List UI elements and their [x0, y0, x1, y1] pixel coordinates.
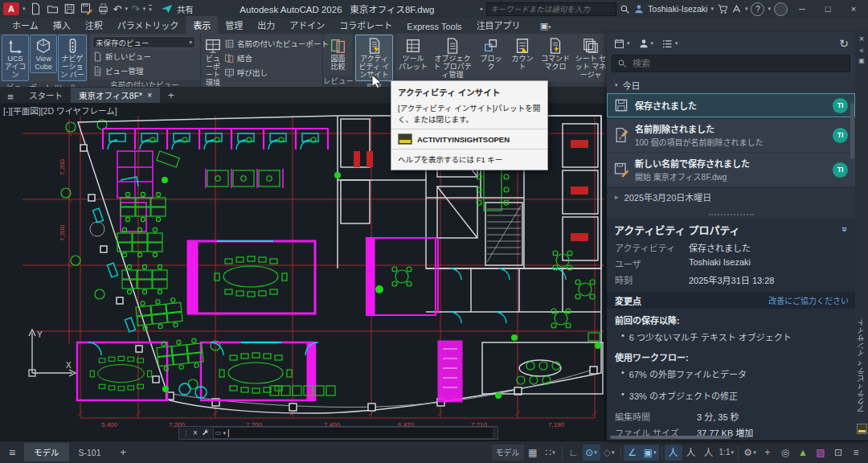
tab-collaborate[interactable]: コラボレート — [332, 16, 399, 34]
customization-icon[interactable]: + — [759, 445, 776, 461]
share-label[interactable]: 共有 — [177, 3, 194, 15]
command-line[interactable]: ⋮ × ▭ ▾ | — [178, 426, 498, 440]
file-tab-close-icon[interactable]: × — [147, 91, 152, 100]
viewport-controls[interactable]: [-][平面図][2D ワイヤフレーム] — [3, 104, 117, 117]
redo-caret-icon[interactable]: ▾ — [143, 6, 146, 12]
user-avatar-icon[interactable] — [633, 3, 645, 14]
search-icon[interactable] — [620, 4, 630, 14]
ribbon-display-toggle[interactable]: ▣▾ — [533, 18, 559, 34]
undo-caret-icon[interactable]: ▾ — [125, 6, 128, 12]
properties-collapse-icon[interactable]: » — [840, 227, 851, 232]
share-icon[interactable] — [160, 2, 174, 15]
palette-search-input[interactable] — [631, 58, 845, 69]
file-tab-new-icon[interactable]: + — [160, 88, 182, 103]
palette-pin-icon[interactable]: ▣ — [858, 57, 865, 64]
object-snap-tracking-icon[interactable]: ∠ — [624, 445, 641, 461]
activity-item-saved-as[interactable]: 新しい名前で保存されました 開始 東京オフィス8F.dwg TI — [607, 153, 855, 186]
layout-tab-model[interactable]: モデル — [24, 443, 69, 461]
new-view-button[interactable]: 新しいビュー — [92, 50, 197, 63]
navigation-bar-button[interactable]: ナビゲーション バー — [58, 35, 87, 81]
activity-item-saved[interactable]: 保存されました TI — [607, 93, 855, 117]
panel-label-named-views[interactable]: 名前の付いたビュー — [89, 80, 200, 87]
file-tab-start[interactable]: スタート — [21, 88, 71, 103]
tab-addins[interactable]: アドイン — [282, 16, 332, 34]
global-search-input[interactable] — [486, 2, 616, 16]
autoscale-icon[interactable]: 人 — [682, 445, 700, 461]
named-viewports-button[interactable]: 名前の付いたビューポート — [224, 37, 329, 50]
section-today[interactable]: ▾ 今日 — [607, 77, 855, 93]
save-icon[interactable] — [63, 2, 76, 15]
palette-autohide-icon[interactable]: « — [859, 46, 864, 55]
notification-icon[interactable] — [774, 2, 788, 16]
layout-tab-s101[interactable]: S-101 — [69, 445, 111, 461]
blocks-palette-button[interactable]: ブロック — [476, 35, 506, 73]
palette-close-icon[interactable]: × — [859, 34, 864, 43]
drawing-compare-button[interactable]: 図面 比較 — [325, 35, 351, 73]
wrench-icon[interactable] — [201, 428, 210, 437]
palette-splitter[interactable] — [607, 211, 855, 219]
count-palette-button[interactable]: カウント — [507, 35, 538, 73]
file-tab-menu-icon[interactable]: ≡ — [0, 91, 21, 103]
horizontal-scrollbar[interactable] — [610, 436, 731, 439]
palette-search[interactable] — [612, 55, 850, 72]
section-older-date[interactable]: ▸ 2025年3月20日木曜日 — [607, 187, 855, 206]
signed-in-user[interactable]: Toshiaki-Isezaki — [648, 4, 707, 14]
status-menu-icon[interactable]: ≡ — [847, 445, 865, 461]
tab-annotate[interactable]: 注釈 — [78, 16, 110, 34]
annotation-scale-value[interactable]: 1:1▾ — [718, 445, 735, 461]
activity-item-purged[interactable]: 名前削除されました 100 個の項目が名前削除されました TI — [607, 118, 855, 152]
open-folder-icon[interactable] — [46, 2, 59, 15]
snap-mode-icon[interactable]: ∷▾ — [542, 445, 559, 461]
help-menu-caret-icon[interactable]: ▾ — [768, 6, 771, 12]
tab-express-tools[interactable]: Express Tools — [399, 19, 469, 34]
user-menu-caret-icon[interactable]: ▾ — [710, 6, 714, 12]
view-options-button[interactable]: ▾ — [661, 38, 678, 50]
workspace-gear-icon[interactable]: ⚙▾ — [741, 445, 759, 461]
tab-home[interactable]: ホーム — [5, 16, 46, 34]
annotation-visibility-icon[interactable]: 人 — [665, 445, 682, 461]
tab-manage[interactable]: 管理 — [218, 16, 250, 34]
autocad-logo[interactable]: A — [3, 2, 19, 15]
layout-tab-new-icon[interactable]: + — [111, 443, 137, 461]
join-viewports-button[interactable]: 結合 — [224, 51, 329, 64]
autodesk-menu-caret-icon[interactable]: ▾ — [745, 6, 748, 12]
layout-menu-icon[interactable]: ≡ — [0, 446, 24, 459]
object-snap-icon[interactable]: ▣▾ — [641, 445, 659, 461]
annotation-scale-icon[interactable]: 人 — [700, 445, 718, 461]
isolate-objects-icon[interactable]: ◎ — [776, 445, 794, 461]
restore-viewport-button[interactable]: 呼び出し — [224, 66, 329, 79]
tab-view[interactable]: 表示 — [186, 16, 218, 34]
command-grip-icon[interactable]: ⋮ — [182, 429, 190, 437]
minimize-button[interactable]: ─ — [791, 1, 813, 17]
list-scrollbar[interactable] — [850, 103, 854, 159]
view-manager-button[interactable]: ビュー管理 — [92, 64, 197, 77]
command-recent-caret-icon[interactable]: ▾ — [223, 430, 226, 436]
feedback-link[interactable]: 改善にご協力ください — [768, 294, 849, 306]
graphics-performance-icon[interactable]: ▲ — [794, 445, 812, 461]
command-input[interactable]: ▭ ▾ | — [213, 427, 494, 439]
file-tab-document[interactable]: 東京オフィス8F*× — [71, 88, 160, 103]
hardware-acceleration-icon[interactable]: ▨ — [812, 445, 829, 461]
ucs-icon-button[interactable]: UCS アイコン — [2, 35, 29, 81]
panel-label-review[interactable]: レビュー — [323, 76, 353, 87]
refresh-icon[interactable]: ↻ — [839, 37, 849, 50]
search-type-caret-icon[interactable]: ▸ — [481, 6, 484, 12]
grid-display-icon[interactable]: ▦ — [524, 445, 542, 461]
command-macros-button[interactable]: コマンド マクロ — [538, 35, 572, 73]
save-as-icon[interactable] — [80, 2, 93, 15]
restore-button[interactable]: □ — [817, 1, 839, 17]
redo-icon[interactable]: ↷ — [131, 3, 140, 15]
isodraft-icon[interactable]: ◇▾ — [600, 445, 618, 461]
tab-output[interactable]: 出力 — [250, 16, 282, 34]
app-store-cart-icon[interactable] — [717, 3, 728, 14]
tool-palettes-button[interactable]: ツール パレット — [397, 35, 429, 73]
new-file-icon[interactable] — [29, 2, 43, 15]
model-space-toggle[interactable]: モデル — [492, 445, 524, 461]
app-menu-caret-icon[interactable]: ▾ — [23, 6, 26, 12]
command-close-icon[interactable]: × — [193, 428, 198, 437]
sheet-set-manager-button[interactable]: シート セット マネージャ — [573, 35, 608, 81]
help-icon[interactable]: ? — [751, 2, 764, 16]
tab-insert[interactable]: 挿入 — [46, 16, 78, 34]
polar-tracking-icon[interactable]: ⊙▾ — [583, 445, 600, 461]
plot-icon[interactable] — [96, 2, 110, 15]
